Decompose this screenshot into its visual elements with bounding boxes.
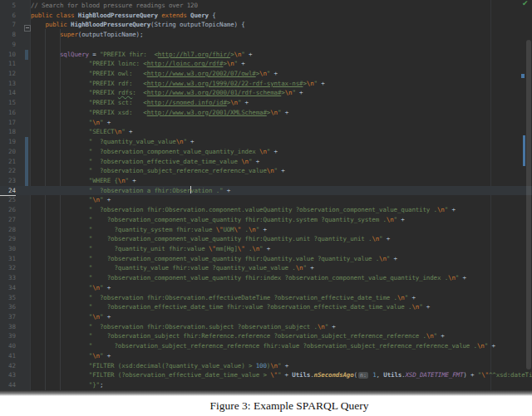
code-text: " ?observation fhir:Observation.subject … bbox=[31, 322, 336, 332]
line-number: 34 bbox=[0, 283, 16, 293]
code-text: "\n" + bbox=[31, 351, 111, 361]
line-number: 17 bbox=[0, 118, 16, 128]
code-line: 9 bbox=[0, 40, 532, 50]
scrollbar-change-mark bbox=[521, 74, 525, 78]
code-line: 20 " ?observation_component_value_quanti… bbox=[0, 147, 532, 157]
code-text: " ?observation_subject_reference_referen… bbox=[31, 166, 285, 176]
fold-toggle-icon[interactable] bbox=[24, 25, 31, 32]
line-number: 11 bbox=[0, 59, 16, 69]
code-text: "\n" + bbox=[31, 283, 111, 293]
code-editor[interactable]: 5// Search for blood pressure readings o… bbox=[0, 0, 532, 390]
line-number: 20 bbox=[0, 147, 16, 157]
code-text: " ?observation_component_value_quantity_… bbox=[31, 147, 278, 157]
code-line: 8 super(outputTopicName); bbox=[0, 30, 532, 40]
figure-caption-area: Figure 3: Example SPARQL Query bbox=[47, 396, 532, 416]
vcs-change-marker bbox=[25, 137, 28, 186]
code-text: sqlQuery = "PREFIX fhir: <http://hl7.org… bbox=[31, 50, 252, 60]
code-line: 35 " ?observation fhir:Observation.effec… bbox=[0, 293, 532, 303]
code-text: " ?observation_component_value_quantity … bbox=[31, 215, 405, 225]
line-number: 38 bbox=[0, 322, 16, 332]
code-line: 41 "\n" + bbox=[0, 351, 532, 361]
line-number: 29 bbox=[0, 234, 16, 244]
code-text: " ?observation_subject_reference_referen… bbox=[31, 341, 495, 351]
code-text: public class HighBloodPressureQuery exte… bbox=[31, 11, 216, 21]
line-number: 43 bbox=[0, 370, 16, 380]
line-number: 9 bbox=[0, 40, 16, 50]
code-line: 23 "WHERE {\n" + bbox=[0, 176, 532, 186]
code-text: "FILTER (xsd:decimal(?quantity_value_val… bbox=[31, 361, 288, 371]
line-number: 5 bbox=[0, 1, 16, 11]
code-line: 14 "PREFIX rdfs: <http://www.w3.org/2000… bbox=[0, 88, 532, 98]
line-number: 14 bbox=[0, 88, 16, 98]
line-number: 7 bbox=[0, 20, 16, 30]
vcs-change-marker bbox=[25, 50, 28, 60]
code-text: "PREFIX owl: <http://www.w3.org/2002/07/… bbox=[31, 69, 278, 79]
code-text: " ?quantity_value fhir:value ?quantity_v… bbox=[31, 263, 314, 273]
line-number: 8 bbox=[0, 30, 16, 40]
code-text: "\n" + bbox=[31, 312, 111, 322]
code-text: "PREFIX sct: <http://snomed.info/id#>\n"… bbox=[31, 98, 249, 108]
line-number: 23 bbox=[0, 176, 16, 186]
code-line: 24 " ?observation a fhir:Observation ." … bbox=[0, 186, 532, 196]
line-number: 22 bbox=[0, 166, 16, 176]
code-line: 16 "PREFIX xsd: <http://www.w3.org/2001/… bbox=[0, 108, 532, 118]
line-number: 12 bbox=[0, 69, 16, 79]
line-number: 30 bbox=[0, 244, 16, 254]
scrollbar-thumb[interactable] bbox=[526, 40, 531, 370]
code-text: // Search for blood pressure readings ov… bbox=[31, 1, 198, 11]
line-number: 25 bbox=[0, 195, 16, 205]
code-line: 40 " ?observation_subject_reference_refe… bbox=[0, 341, 532, 351]
code-line: 18 "SELECT\n" + bbox=[0, 127, 532, 137]
code-text: "PREFIX xsd: <http://www.w3.org/2001/XML… bbox=[31, 108, 288, 118]
code-text: "}"; bbox=[31, 380, 103, 390]
code-text: "WHERE {\n" + bbox=[31, 176, 136, 186]
code-line: 44 "}"; bbox=[0, 380, 532, 390]
code-text: " ?observation fhir:Observation.effectiv… bbox=[31, 293, 416, 303]
code-line: 34 "\n" + bbox=[0, 283, 532, 293]
line-number: 27 bbox=[0, 215, 16, 225]
line-number: 39 bbox=[0, 331, 16, 341]
code-text: " ?quantity_unit fhir:value \"mm[Hg]\" .… bbox=[31, 244, 270, 254]
code-line: 38 " ?observation fhir:Observation.subje… bbox=[0, 322, 532, 332]
code-line: 36 " ?observation_effective_date_time fh… bbox=[0, 302, 532, 312]
code-line: 7 public HighBloodPressureQuery(String o… bbox=[0, 20, 532, 30]
line-number: 26 bbox=[0, 205, 16, 215]
code-lines: 5// Search for blood pressure readings o… bbox=[0, 1, 532, 390]
code-text: " ?observation_component_value_quantity … bbox=[31, 273, 466, 283]
code-line: 17 "\n" + bbox=[0, 118, 532, 128]
code-text: " ?observation_component_value_quantity … bbox=[31, 254, 397, 264]
paper-figure: 5// Search for blood pressure readings o… bbox=[0, 0, 532, 416]
inspections-ok-icon[interactable]: ✔ bbox=[522, 0, 529, 8]
line-number: 18 bbox=[0, 127, 16, 137]
line-number: 10 bbox=[0, 50, 16, 60]
code-line: 25 "\n" + bbox=[0, 195, 532, 205]
code-line: 30 " ?quantity_unit fhir:value \"mm[Hg]\… bbox=[0, 244, 532, 254]
line-number: 42 bbox=[0, 361, 16, 371]
code-text: "\n" + bbox=[31, 118, 111, 128]
line-number: 31 bbox=[0, 254, 16, 264]
line-number: 16 bbox=[0, 108, 16, 118]
line-number: 6 bbox=[0, 11, 16, 21]
line-number: 33 bbox=[0, 273, 16, 283]
code-text: " ?observation a fhir:Observation ." + bbox=[31, 186, 230, 196]
code-line: 15 "PREFIX sct: <http://snomed.info/id#>… bbox=[0, 98, 532, 108]
code-text: "PREFIX rdf: <http://www.w3.org/1999/02/… bbox=[31, 79, 325, 89]
code-text: super(outputTopicName); bbox=[31, 30, 143, 40]
code-line: 13 "PREFIX rdf: <http://www.w3.org/1999/… bbox=[0, 79, 532, 89]
line-number: 21 bbox=[0, 157, 16, 167]
code-line: 5// Search for blood pressure readings o… bbox=[0, 1, 532, 11]
code-line: 22 " ?observation_subject_reference_refe… bbox=[0, 166, 532, 176]
line-number: 37 bbox=[0, 312, 16, 322]
line-number: 36 bbox=[0, 302, 16, 312]
figure-bottom-edge bbox=[0, 390, 532, 396]
code-line: 33 " ?observation_component_value_quanti… bbox=[0, 273, 532, 283]
line-number: 44 bbox=[0, 380, 16, 390]
line-number: 15 bbox=[0, 98, 16, 108]
figure-caption: Figure 3: Example SPARQL Query bbox=[210, 399, 369, 412]
code-line: 29 " ?observation_component_value_quanti… bbox=[0, 234, 532, 244]
code-line: 37 "\n" + bbox=[0, 312, 532, 322]
code-line: 6public class HighBloodPressureQuery ext… bbox=[0, 11, 532, 21]
line-number: 28 bbox=[0, 225, 16, 235]
scrollbar-change-mark bbox=[523, 135, 525, 166]
line-number: 19 bbox=[0, 137, 16, 147]
